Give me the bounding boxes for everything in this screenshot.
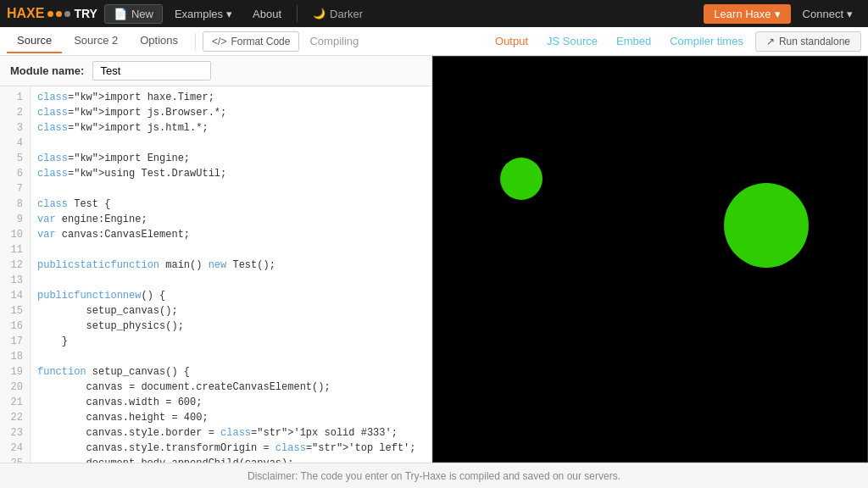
code-content[interactable]: class="kw">import haxe.Timer;class="kw">… xyxy=(31,86,431,463)
learn-haxe-button[interactable]: Learn Haxe ▾ xyxy=(704,4,790,24)
connect-label: Connect xyxy=(803,8,843,20)
file-icon: 📄 xyxy=(114,8,127,20)
toolbar-separator xyxy=(195,33,196,50)
new-button[interactable]: 📄 New xyxy=(104,4,163,24)
canvas-output xyxy=(432,56,868,463)
haxe-logo: HAXE TRY xyxy=(7,6,97,21)
haxe-brand: HAXE xyxy=(7,6,44,21)
new-label: New xyxy=(131,8,153,20)
connect-chevron: ▾ xyxy=(847,8,853,20)
footer: Disclaimer: The code you enter on Try-Ha… xyxy=(0,463,868,488)
haxe-dots xyxy=(47,11,70,17)
module-input[interactable] xyxy=(92,61,211,80)
nav-right: Learn Haxe ▾ Connect ▾ xyxy=(704,4,861,24)
examples-button[interactable]: Examples ▾ xyxy=(166,4,241,24)
darker-label: Darker xyxy=(330,8,363,20)
tab-compiler-times[interactable]: Compiler times xyxy=(663,30,750,53)
moon-icon: 🌙 xyxy=(313,8,326,19)
toolbar-right: Output JS Source Embed Compiler times ↗ … xyxy=(488,30,861,53)
secondary-toolbar: Source Source 2 Options </> Format Code … xyxy=(0,27,868,56)
run-label: Run standalone xyxy=(779,36,850,47)
code-area: 1234567891011121314151617181920212223242… xyxy=(0,86,431,463)
line-numbers: 1234567891011121314151617181920212223242… xyxy=(0,86,31,463)
run-icon: ↗ xyxy=(766,36,775,47)
top-navigation: HAXE TRY 📄 New Examples ▾ About 🌙 Darker… xyxy=(0,0,868,27)
tab-js-source[interactable]: JS Source xyxy=(540,30,604,53)
learn-label: Learn Haxe xyxy=(714,8,771,20)
output-panel xyxy=(432,56,868,463)
connect-button[interactable]: Connect ▾ xyxy=(794,4,861,24)
dot-orange xyxy=(47,11,53,17)
examples-label: Examples xyxy=(175,8,223,20)
examples-chevron: ▾ xyxy=(226,8,232,20)
tab-source2[interactable]: Source 2 xyxy=(64,29,128,53)
editor-panel: Module name: 123456789101112131415161718… xyxy=(0,56,432,463)
module-bar: Module name: xyxy=(0,56,431,86)
about-button[interactable]: About xyxy=(244,4,290,24)
circle-small xyxy=(500,158,542,200)
format-icon: </> xyxy=(212,36,226,47)
darker-button[interactable]: 🌙 Darker xyxy=(304,4,371,24)
main-content: Module name: 123456789101112131415161718… xyxy=(0,56,868,463)
format-label: Format Code xyxy=(231,36,290,47)
tab-options[interactable]: Options xyxy=(130,29,188,53)
tab-output[interactable]: Output xyxy=(488,30,535,53)
module-label: Module name: xyxy=(10,64,84,77)
learn-chevron: ▾ xyxy=(775,8,781,20)
compiling-status: Compiling xyxy=(301,35,367,47)
format-code-button[interactable]: </> Format Code xyxy=(203,31,299,52)
dot-orange2 xyxy=(56,11,62,17)
dot-gray xyxy=(64,11,70,17)
nav-separator xyxy=(297,5,298,22)
try-label: TRY xyxy=(74,7,97,20)
circle-large xyxy=(724,183,809,268)
run-standalone-button[interactable]: ↗ Run standalone xyxy=(755,31,861,52)
about-label: About xyxy=(253,8,281,20)
tab-embed[interactable]: Embed xyxy=(609,30,658,53)
disclaimer-text: Disclaimer: The code you enter on Try-Ha… xyxy=(248,470,620,482)
tab-source[interactable]: Source xyxy=(7,29,62,53)
